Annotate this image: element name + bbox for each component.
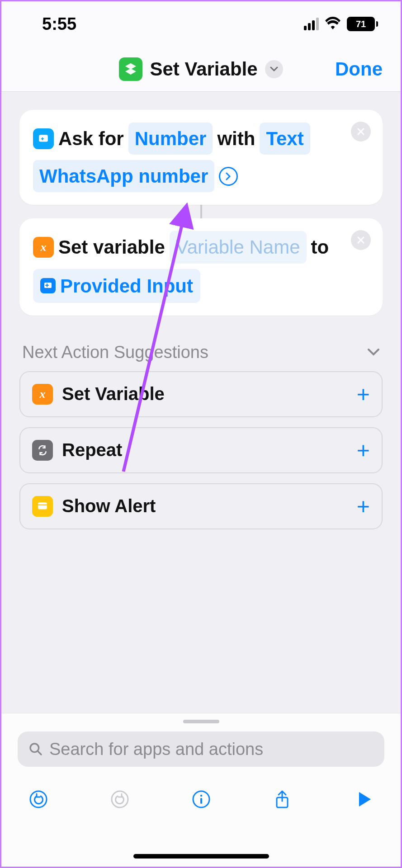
search-placeholder: Search for apps and actions [49, 740, 263, 759]
variable-name-field[interactable]: Variable Name [170, 231, 307, 263]
nav-title-button[interactable]: Set Variable [119, 57, 283, 81]
provided-input-token[interactable]: Provided Input [33, 269, 200, 303]
sheet-grabber[interactable] [183, 720, 219, 723]
svg-rect-14 [200, 798, 202, 804]
undo-button[interactable] [27, 788, 50, 811]
wifi-icon [325, 17, 341, 31]
suggestion-label: Set Variable [62, 384, 348, 404]
repeat-icon [32, 440, 53, 461]
action-connector [200, 205, 202, 218]
ask-input-icon [33, 128, 54, 149]
home-indicator[interactable] [133, 854, 269, 859]
action-set-variable[interactable]: x Set variable Variable Name to Provided… [19, 218, 383, 315]
input-icon [40, 278, 56, 293]
share-button[interactable] [270, 788, 294, 811]
setvar-verb-label: Set variable [58, 232, 165, 262]
nav-title: Set Variable [150, 58, 257, 80]
svg-line-9 [38, 751, 41, 755]
ask-prompt-type-token[interactable]: Text [260, 123, 310, 155]
suggestions-header[interactable]: Next Action Suggestions [22, 343, 380, 362]
redo-button[interactable] [108, 788, 132, 811]
disclosure-icon[interactable] [219, 167, 238, 186]
ask-verb-label: Ask for [58, 123, 124, 154]
suggestion-label: Show Alert [62, 496, 348, 516]
svg-point-10 [30, 791, 47, 807]
add-icon[interactable]: + [357, 381, 370, 407]
svg-rect-2 [41, 138, 44, 139]
search-icon [28, 742, 43, 756]
shortcuts-app-icon [119, 57, 142, 81]
suggestion-show-alert[interactable]: Show Alert + [19, 483, 383, 529]
suggestion-label: Repeat [62, 440, 348, 460]
delete-action-button[interactable] [351, 122, 371, 142]
variable-icon: x [32, 384, 53, 405]
add-icon[interactable]: + [357, 437, 370, 463]
status-bar: 5:55 71 [1, 1, 401, 47]
suggestion-repeat[interactable]: Repeat + [19, 427, 383, 473]
suggestions-heading-label: Next Action Suggestions [22, 343, 208, 362]
suggestion-set-variable[interactable]: x Set Variable + [19, 371, 383, 417]
done-button[interactable]: Done [335, 58, 383, 80]
search-input[interactable]: Search for apps and actions [18, 731, 384, 767]
variable-icon: x [33, 237, 54, 258]
info-button[interactable] [189, 788, 213, 811]
svg-point-13 [200, 795, 202, 797]
battery-indicator: 71 [347, 17, 378, 31]
add-icon[interactable]: + [357, 493, 370, 519]
ask-with-label: with [217, 123, 255, 154]
ask-type-token[interactable]: Number [128, 123, 213, 155]
bottom-sheet: Search for apps and actions [1, 713, 401, 867]
provided-input-label: Provided Input [60, 271, 193, 301]
action-ask-for-input[interactable]: Ask for Number with Text WhatsApp number [19, 110, 383, 205]
setvar-to-label: to [311, 232, 329, 262]
chevron-down-icon[interactable] [265, 60, 283, 78]
svg-point-11 [112, 791, 128, 807]
alert-icon [32, 496, 53, 517]
play-button[interactable] [352, 788, 375, 811]
nav-header: Set Variable Done [1, 47, 401, 92]
cellular-icon [304, 18, 319, 30]
chevron-down-icon [367, 348, 380, 356]
ask-prompt-value-token[interactable]: WhatsApp number [33, 160, 214, 192]
status-time: 5:55 [42, 14, 76, 34]
